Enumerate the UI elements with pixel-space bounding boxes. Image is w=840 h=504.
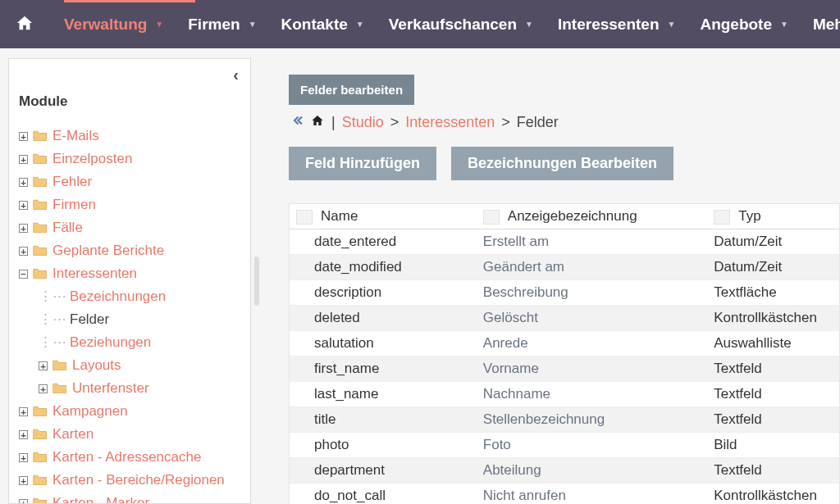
table-row[interactable]: photoFotoBild [290, 433, 839, 458]
tree-subitem[interactable]: +Unterfenster [19, 377, 240, 400]
nav-item-interessenten[interactable]: Interessenten▼ [545, 11, 687, 39]
chevron-down-icon: ▼ [668, 20, 676, 29]
tree-item[interactable]: +Fehler [19, 170, 240, 193]
table-row[interactable]: deletedGelöschtKontrollkästchen [290, 306, 839, 331]
tree-toggle[interactable]: + [19, 224, 28, 233]
tree-toggle[interactable]: + [19, 499, 28, 505]
folder-icon [33, 148, 48, 170]
tree-item[interactable]: +Geplante Berichte [19, 239, 240, 262]
tree-subitem[interactable]: ⋮⋯Bezeichnungen [19, 285, 240, 308]
col-type-sort[interactable] [714, 210, 730, 225]
breadcrumb-studio[interactable]: Studio [342, 114, 384, 131]
top-nav: Verwaltung▼Firmen▼Kontakte▼Verkaufschanc… [0, 0, 840, 48]
chevron-down-icon: ▼ [249, 20, 257, 29]
table-row[interactable]: descriptionBeschreibungTextfläche [290, 280, 839, 306]
chevron-down-icon: ▼ [356, 20, 364, 29]
folder-icon [33, 492, 48, 504]
breadcrumb-module[interactable]: Interessenten [405, 114, 495, 131]
breadcrumb-current: Felder [517, 114, 559, 131]
nav-item-kontakte[interactable]: Kontakte▼ [268, 11, 376, 39]
sidebar-collapse-icon[interactable]: ‹ [233, 66, 239, 84]
tree-toggle[interactable]: + [19, 155, 28, 164]
tree-toggle[interactable]: + [19, 407, 28, 416]
tree-subitem[interactable]: +Layouts [19, 354, 240, 377]
table-row[interactable]: do_not_callNicht anrufenKontrollkästchen [290, 484, 839, 505]
col-name[interactable]: Name [321, 208, 358, 224]
fields-table: Name Anzeigebezeichnung Typ date_entered… [289, 203, 840, 504]
tree-item[interactable]: +Einzelposten [19, 148, 240, 170]
add-field-button[interactable]: Feld Hinzufügen [289, 147, 436, 180]
table-row[interactable]: departmentAbteilungTextfeld [290, 458, 839, 484]
tree-subitem[interactable]: ⋮⋯Felder [19, 308, 240, 331]
tree-toggle[interactable]: + [39, 361, 48, 370]
tree-item[interactable]: +Fälle [19, 216, 240, 239]
tree-toggle[interactable]: + [19, 453, 28, 462]
tree-item[interactable]: +Karten - Marker [19, 492, 240, 504]
tab-fields-edit[interactable]: Felder bearbeiten [289, 75, 414, 105]
tree-toggle[interactable]: − [19, 270, 28, 279]
back-arrow-icon[interactable] [289, 113, 305, 132]
folder-icon [33, 262, 48, 285]
tree-toggle[interactable]: + [19, 430, 28, 439]
table-row[interactable]: last_nameNachnameTextfeld [290, 382, 839, 407]
tree-item[interactable]: +Karten [19, 423, 240, 446]
folder-icon [33, 216, 48, 239]
chevron-down-icon: ▼ [155, 20, 163, 29]
module-tree: +E-Mails+Einzelposten+Fehler+Firmen+Fäll… [19, 125, 240, 504]
breadcrumb-home-icon[interactable] [310, 114, 325, 131]
folder-icon [33, 125, 48, 148]
tree-item[interactable]: +Firmen [19, 193, 240, 216]
nav-item-verwaltung[interactable]: Verwaltung▼ [51, 11, 175, 39]
nav-item-verkaufschancen[interactable]: Verkaufschancen▼ [376, 11, 545, 39]
table-row[interactable]: date_enteredErstellt amDatum/Zeit [290, 229, 839, 255]
chevron-down-icon: ▼ [525, 20, 533, 29]
nav-item-mehr[interactable]: Mehr▼ [800, 11, 840, 39]
tree-toggle[interactable]: + [19, 247, 28, 256]
folder-icon [33, 400, 48, 423]
folder-icon [33, 423, 48, 446]
table-row[interactable]: salutationAnredeAuswahlliste [290, 331, 839, 356]
edit-labels-button[interactable]: Bezeichnungen Bearbeiten [451, 147, 673, 180]
folder-icon [52, 354, 67, 377]
tree-item[interactable]: +Karten - Bereiche/Regionen [19, 469, 240, 492]
folder-icon [33, 239, 48, 262]
home-icon[interactable] [15, 14, 34, 35]
folder-icon [33, 170, 48, 193]
tree-item[interactable]: +Kampagnen [19, 400, 240, 423]
nav-item-firmen[interactable]: Firmen▼ [175, 11, 267, 39]
tree-subitem[interactable]: ⋮⋯Beziehungen [19, 331, 240, 354]
col-type[interactable]: Typ [738, 208, 760, 224]
breadcrumb: | Studio > Interessenten > Felder [289, 113, 840, 132]
folder-icon [33, 446, 48, 469]
tree-toggle[interactable]: + [19, 178, 28, 187]
sidebar: ‹ Module +E-Mails+Einzelposten+Fehler+Fi… [8, 58, 251, 504]
tree-toggle[interactable]: + [19, 476, 28, 485]
nav-active-indicator [64, 0, 195, 2]
col-display[interactable]: Anzeigebezeichnung [508, 208, 637, 224]
tree-item[interactable]: +E-Mails [19, 125, 240, 148]
folder-icon [33, 469, 48, 492]
tree-toggle[interactable]: + [19, 132, 28, 141]
col-display-sort[interactable] [483, 210, 500, 225]
main-content: Felder bearbeiten | Studio > Interessent… [259, 58, 840, 504]
tree-item[interactable]: −Interessenten [19, 262, 240, 285]
folder-icon [33, 193, 48, 216]
col-name-sort[interactable] [296, 210, 313, 225]
table-row[interactable]: first_nameVornameTextfeld [290, 356, 839, 382]
tree-item[interactable]: +Karten - Adressencache [19, 446, 240, 469]
tree-toggle[interactable]: + [19, 201, 28, 210]
sidebar-title: Module [19, 93, 240, 110]
chevron-down-icon: ▼ [780, 20, 788, 29]
table-row[interactable]: titleStellenbezeichnungTextfeld [290, 407, 839, 433]
folder-icon [52, 377, 67, 400]
nav-item-angebote[interactable]: Angebote▼ [687, 11, 800, 39]
table-row[interactable]: date_modifiedGeändert amDatum/Zeit [290, 255, 839, 280]
tree-toggle[interactable]: + [39, 384, 48, 393]
